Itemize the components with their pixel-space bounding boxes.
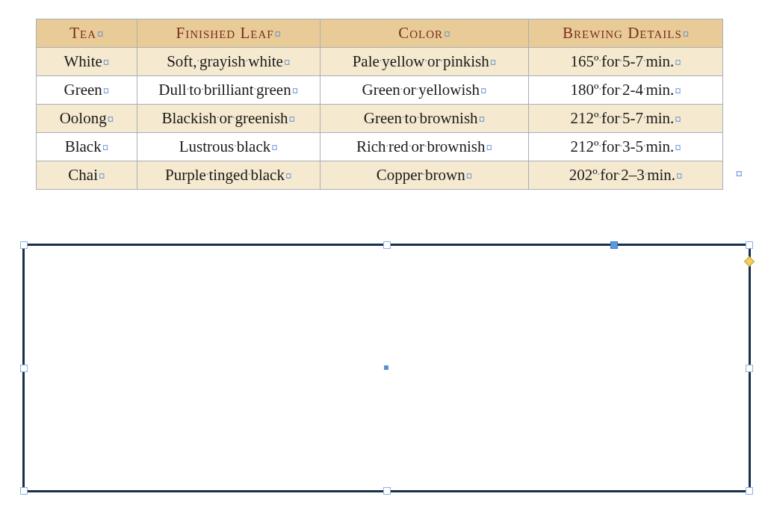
adjust-handle[interactable] — [744, 256, 755, 267]
cell-brew: 212º·for·5-7·min.¤ — [529, 105, 723, 133]
header-leaf: Finished Leaf¤ — [137, 19, 320, 48]
cell-brew: 212º·for·3-5·min.¤ — [529, 133, 723, 161]
table-header-row: Tea¤ Finished Leaf¤ Color¤ Brewing Detai… — [37, 19, 723, 48]
cell-leaf: Blackish·or·greenish¤ — [137, 105, 320, 133]
cell-color: Green·or·yellowish¤ — [320, 76, 529, 105]
cell-leaf: Soft,·grayish·white¤ — [137, 48, 320, 76]
resize-handle-bm[interactable] — [383, 487, 391, 495]
format-mark: ¤ — [275, 27, 282, 41]
trailing-format-mark: ¤ — [736, 166, 743, 182]
cell-color: Green·to·brownish¤ — [320, 105, 529, 133]
anchor-mark-icon — [384, 365, 388, 370]
header-leaf-label: Finished Leaf — [176, 24, 273, 42]
format-mark: ¤ — [444, 27, 450, 41]
cell-tea: Black¤ — [37, 133, 137, 161]
table-row: White¤Soft,·grayish·white¤Pale·yellow·or… — [37, 48, 723, 76]
tea-table: Tea¤ Finished Leaf¤ Color¤ Brewing Detai… — [36, 19, 723, 190]
resize-handle-tl[interactable] — [20, 241, 28, 249]
table-row: Chai¤Purple·tinged·black¤Copper·brown¤20… — [37, 161, 723, 190]
resize-handle-mr[interactable] — [746, 365, 753, 372]
table-row: Black¤Lustrous·black¤Rich·red·or·brownis… — [37, 133, 723, 161]
tea-table-container: Tea¤ Finished Leaf¤ Color¤ Brewing Detai… — [36, 19, 723, 190]
resize-handle-bl[interactable] — [20, 487, 28, 495]
resize-handle-tm[interactable] — [383, 241, 391, 249]
cell-tea: Green¤ — [37, 76, 137, 105]
header-brew: Brewing Details¤ — [529, 19, 723, 48]
selected-textbox[interactable] — [22, 244, 751, 492]
cell-color: Rich·red·or·brownish¤ — [320, 133, 529, 161]
header-tea: Tea¤ — [37, 19, 137, 48]
cell-color: Copper·brown¤ — [320, 161, 529, 190]
cell-leaf: Dull·to·brilliant·green¤ — [137, 76, 320, 105]
format-mark: ¤ — [683, 27, 690, 41]
cell-tea: Chai¤ — [37, 161, 137, 190]
resize-handle-tr[interactable] — [746, 241, 753, 249]
format-mark: ¤ — [97, 27, 104, 41]
cell-leaf: Purple·tinged·black¤ — [137, 161, 320, 190]
cell-tea: Oolong¤ — [37, 105, 137, 133]
cell-color: Pale·yellow·or·pinkish¤ — [320, 48, 529, 76]
header-tea-label: Tea — [69, 24, 96, 42]
table-body: White¤Soft,·grayish·white¤Pale·yellow·or… — [37, 48, 723, 190]
cell-tea: White¤ — [37, 48, 137, 76]
header-brew-label: Brewing Details — [563, 24, 682, 42]
resize-handle-br[interactable] — [746, 487, 753, 495]
cell-brew: 180º·for·2-4·min.¤ — [529, 76, 723, 105]
cell-brew: 165º·for·5-7·min.¤ — [529, 48, 723, 76]
cell-leaf: Lustrous·black¤ — [137, 133, 320, 161]
table-row: Green¤Dull·to·brilliant·green¤Green·or·y… — [37, 76, 723, 105]
header-color-label: Color — [398, 24, 443, 42]
table-row: Oolong¤Blackish·or·greenish¤Green·to·bro… — [37, 105, 723, 133]
rotation-handle[interactable] — [610, 241, 618, 249]
resize-handle-ml[interactable] — [20, 365, 28, 372]
header-color: Color¤ — [320, 19, 529, 48]
cell-brew: 202º·for·2–3·min.¤ — [529, 161, 723, 190]
